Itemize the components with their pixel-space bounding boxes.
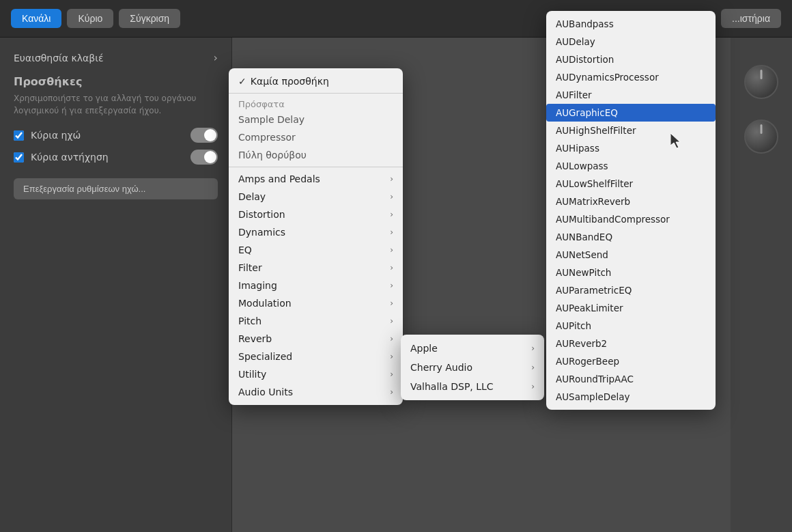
menu3-item-aumultibandcompressor[interactable]: AUMultibandCompressor [546, 210, 716, 228]
check1-label: Κύρια ηχώ [31, 130, 184, 141]
knob-2-notch [761, 124, 763, 134]
menu3-item-aupitch[interactable]: AUPitch [546, 317, 716, 335]
menu1-divider1 [229, 93, 403, 94]
menu3-item-aureverb2[interactable]: AUReverb2 [546, 335, 716, 352]
arrow-icon: › [531, 363, 535, 372]
menu1-item-dynamics[interactable]: Dynamics› [229, 223, 403, 241]
noise-gate-item[interactable]: Πύλη θορύβου [229, 146, 403, 164]
arrow-icon: › [390, 174, 393, 184]
arrow-icon: › [390, 387, 393, 397]
menu1-item-specialized[interactable]: Specialized› [229, 348, 403, 365]
sensitivity-label: Ευαισθησία κλαβιέ › [14, 51, 218, 64]
menu3-item-aulowshelffilter[interactable]: AULowShelfFilter [546, 175, 716, 193]
right-button[interactable]: ...ιστήρια [721, 9, 781, 28]
menu1-item-eq[interactable]: EQ› [229, 241, 403, 259]
chevron-right-icon: › [214, 51, 218, 64]
sygkrisi-button[interactable]: Σύγκριση [119, 9, 180, 28]
arrow-icon: › [390, 281, 393, 290]
menu3-item-aumatrixreverb[interactable]: AUMatrixReverb [546, 193, 716, 210]
menu3-item-aufilter[interactable]: AUFilter [546, 86, 716, 104]
menu3-item-aubandpass[interactable]: AUBandpass [546, 15, 716, 33]
check1-row: Κύρια ηχώ [14, 128, 218, 143]
checkmark-icon: ✓ [238, 76, 246, 87]
menu3-item-aurogerbeep[interactable]: AURogerBeep [546, 352, 716, 370]
plugins-title: Προσθήκες [14, 75, 218, 88]
knob-1-notch [761, 70, 763, 79]
kanali-button[interactable]: Κανάλι [11, 9, 61, 28]
menu3-item-aupeaklimiter[interactable]: AUPeakLimiter [546, 299, 716, 317]
knob-area [731, 38, 792, 532]
check2-label: Κύρια αντήχηση [31, 152, 184, 163]
menu3-item-aunetsend[interactable]: AUNetSend [546, 246, 716, 264]
arrow-icon: › [390, 192, 393, 201]
plugins-desc: Χρησιμοποιήστε το για αλλαγή του οργάνου… [14, 92, 218, 117]
check1-toggle[interactable] [190, 128, 218, 143]
arrow-icon: › [390, 210, 393, 219]
check2-row: Κύρια αντήχηση [14, 150, 218, 165]
menu1-item-pitch[interactable]: Pitch› [229, 312, 403, 330]
arrow-icon: › [390, 369, 393, 379]
arrow-icon: › [390, 245, 393, 255]
menu3-item-auroundtripaac[interactable]: AURoundTripAAC [546, 370, 716, 388]
menu1-item-distortion[interactable]: Distortion› [229, 206, 403, 223]
menu2-items: Apple›Cherry Audio›Valhalla DSP, LLC› [401, 339, 544, 396]
menu3-items: AUBandpassAUDelayAUDistortionAUDynamicsP… [546, 15, 716, 406]
compressor-item[interactable]: Compressor [229, 128, 403, 146]
no-addition-item[interactable]: ✓ Καμία προσθήκη [229, 72, 403, 90]
recent-label: Πρόσφατα [229, 96, 403, 111]
menu3-item-aunewpitch[interactable]: AUNewPitch [546, 264, 716, 281]
arrow-icon: › [390, 298, 393, 308]
menu3-item-audelay[interactable]: AUDelay [546, 33, 716, 51]
knob-2[interactable] [744, 120, 778, 154]
menu1-item-filter[interactable]: Filter› [229, 259, 403, 277]
sample-delay-item[interactable]: Sample Delay [229, 111, 403, 128]
menu3-dropdown: AUBandpassAUDelayAUDistortionAUDynamicsP… [546, 11, 716, 410]
arrow-icon: › [390, 227, 393, 237]
knob-1[interactable] [744, 65, 778, 99]
menu3-item-augraphiceq[interactable]: AUGraphicEQ [546, 104, 716, 122]
process-settings-button[interactable]: Επεξεργασία ρυθμίσεων ηχώ... [14, 178, 218, 199]
arrow-icon: › [531, 344, 535, 353]
menu1-item-utility[interactable]: Utility› [229, 365, 403, 383]
menu3-item-auparametriceq[interactable]: AUParametricEQ [546, 281, 716, 299]
menu3-item-audynamicsprocessor[interactable]: AUDynamicsProcessor [546, 68, 716, 86]
menu1-item-modulation[interactable]: Modulation› [229, 294, 403, 312]
arrow-icon: › [390, 352, 393, 361]
menu1-item-imaging[interactable]: Imaging› [229, 277, 403, 294]
arrow-icon: › [390, 334, 393, 344]
arrow-icon: › [390, 263, 393, 272]
menu3-item-audistortion[interactable]: AUDistortion [546, 51, 716, 68]
menu1-item-amps-and-pedals[interactable]: Amps and Pedals› [229, 170, 403, 188]
menu2-item-apple[interactable]: Apple› [401, 339, 544, 358]
menu1-item-audio-units[interactable]: Audio Units› [229, 383, 403, 401]
menu2-item-valhalla-dsp,-llc[interactable]: Valhalla DSP, LLC› [401, 377, 544, 396]
menu1-dropdown: ✓ Καμία προσθήκη Πρόσφατα Sample Delay C… [229, 68, 403, 405]
menu2-item-cherry-audio[interactable]: Cherry Audio› [401, 358, 544, 377]
check2-toggle[interactable] [190, 150, 218, 165]
menu1-item-reverb[interactable]: Reverb› [229, 330, 403, 348]
sidebar-panel: Ευαισθησία κλαβιέ › Προσθήκες Χρησιμοποι… [0, 38, 232, 532]
menu3-item-ausampledelay[interactable]: AUSampleDelay [546, 388, 716, 406]
check2-checkbox[interactable] [14, 152, 24, 163]
menu1-items: Amps and Pedals›Delay›Distortion›Dynamic… [229, 170, 403, 401]
menu2-dropdown: Apple›Cherry Audio›Valhalla DSP, LLC› [401, 335, 544, 400]
menu3-item-auhipass[interactable]: AUHipass [546, 139, 716, 157]
menu3-item-auhighshelffilter[interactable]: AUHighShelfFilter [546, 122, 716, 139]
check1-checkbox[interactable] [14, 130, 24, 141]
menu3-item-aunbandeq[interactable]: AUNBandEQ [546, 228, 716, 246]
arrow-icon: › [390, 316, 393, 326]
arrow-icon: › [531, 382, 535, 391]
menu1-item-delay[interactable]: Delay› [229, 188, 403, 206]
menu3-item-aulowpass[interactable]: AULowpass [546, 157, 716, 175]
menu1-divider2 [229, 167, 403, 167]
kyrio-button[interactable]: Κύριο [67, 9, 113, 28]
